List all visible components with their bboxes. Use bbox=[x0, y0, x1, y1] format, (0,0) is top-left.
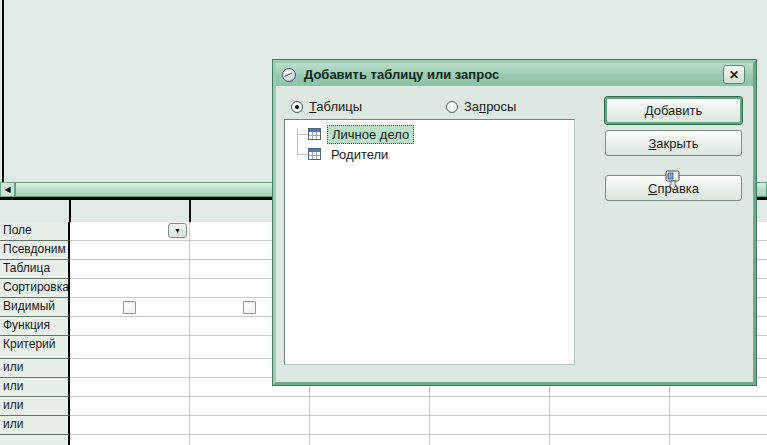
grid-cell[interactable] bbox=[70, 336, 190, 359]
table-icon bbox=[308, 128, 321, 140]
row-label: Видимый bbox=[0, 298, 70, 317]
grid-cell[interactable] bbox=[70, 416, 190, 435]
grid-cell[interactable] bbox=[670, 397, 767, 416]
dialog-titlebar[interactable]: Добавить таблицу или запрос ✕ bbox=[276, 63, 753, 86]
close-button[interactable]: Закрыть bbox=[605, 130, 742, 156]
grid-cell[interactable] bbox=[310, 435, 430, 445]
source-type-radios: Таблицы Запросы bbox=[291, 99, 362, 114]
list-item[interactable]: Личное дело bbox=[308, 124, 414, 144]
table-icon bbox=[308, 148, 321, 160]
scrollbar-left-arrow-icon[interactable]: ◀ bbox=[0, 182, 15, 197]
row-label: Поле bbox=[0, 222, 70, 241]
row-label bbox=[0, 435, 70, 445]
radio-selected-icon[interactable] bbox=[291, 101, 303, 113]
tree-connector bbox=[297, 134, 308, 135]
row-label: Критерий bbox=[0, 336, 70, 359]
grid-cell[interactable] bbox=[70, 359, 190, 378]
row-label: Функция bbox=[0, 317, 70, 336]
grid-cell[interactable] bbox=[430, 435, 550, 445]
visible-checkbox[interactable] bbox=[243, 301, 256, 314]
radio-tables-label: Таблицы bbox=[309, 99, 362, 114]
radio-queries[interactable]: Запросы bbox=[446, 99, 516, 114]
grid-cell[interactable] bbox=[70, 298, 190, 317]
grid-cell[interactable] bbox=[550, 416, 670, 435]
grid-cell[interactable] bbox=[670, 435, 767, 445]
grid-cell[interactable] bbox=[190, 435, 310, 445]
close-icon: ✕ bbox=[729, 68, 739, 82]
tree-connector bbox=[297, 154, 308, 155]
tree-connector bbox=[297, 128, 298, 155]
grid-cell[interactable] bbox=[430, 397, 550, 416]
grid-cell[interactable] bbox=[70, 260, 190, 279]
grid-cell[interactable] bbox=[70, 241, 190, 260]
design-area-left-border bbox=[2, 0, 4, 182]
grid-row-or bbox=[0, 435, 767, 445]
dialog-title: Добавить таблицу или запрос bbox=[304, 67, 723, 82]
close-button-label: Закрыть bbox=[648, 136, 698, 151]
grid-cell[interactable] bbox=[70, 279, 190, 298]
grid-cell[interactable] bbox=[70, 435, 190, 445]
help-button[interactable]: Справка bbox=[605, 175, 742, 201]
grid-cell[interactable] bbox=[550, 397, 670, 416]
list-item-label[interactable]: Личное дело bbox=[327, 125, 414, 144]
visible-checkbox[interactable] bbox=[123, 301, 136, 314]
tables-list[interactable]: Личное дело Родители bbox=[284, 119, 575, 365]
grid-cell[interactable] bbox=[70, 378, 190, 397]
dialog-content: Таблицы Запросы Личное дело bbox=[276, 86, 753, 382]
grid-cell[interactable] bbox=[310, 416, 430, 435]
grid-cell[interactable] bbox=[70, 397, 190, 416]
dialog-close-button[interactable]: ✕ bbox=[723, 65, 745, 84]
dropdown-arrow-icon: ▼ bbox=[174, 227, 181, 234]
add-button-label: Добавить bbox=[645, 103, 702, 118]
list-item-label[interactable]: Родители bbox=[327, 146, 392, 163]
row-label: Таблица bbox=[0, 260, 70, 279]
row-label: или bbox=[0, 359, 70, 378]
row-label: или bbox=[0, 416, 70, 435]
row-label: Псевдоним bbox=[0, 241, 70, 260]
grid-row-or: или bbox=[0, 416, 767, 435]
grid-header-separator bbox=[189, 200, 191, 222]
grid-header-separator bbox=[69, 200, 71, 222]
query-icon bbox=[281, 67, 297, 83]
field-dropdown-button[interactable]: ▼ bbox=[168, 223, 187, 238]
grid-cell[interactable] bbox=[310, 397, 430, 416]
add-button[interactable]: Добавить bbox=[605, 97, 742, 124]
grid-row-or: или bbox=[0, 397, 767, 416]
grid-cell[interactable] bbox=[70, 317, 190, 336]
grid-cell[interactable] bbox=[550, 435, 670, 445]
radio-unselected-icon[interactable] bbox=[446, 101, 458, 113]
row-label: или bbox=[0, 397, 70, 416]
grid-cell[interactable] bbox=[670, 416, 767, 435]
list-item[interactable]: Родители bbox=[308, 144, 392, 164]
grid-cell[interactable] bbox=[190, 416, 310, 435]
row-label: или bbox=[0, 378, 70, 397]
add-table-or-query-dialog: Добавить таблицу или запрос ✕ Таблицы За… bbox=[273, 60, 756, 385]
help-button-label: Справка bbox=[648, 181, 699, 196]
grid-cell[interactable] bbox=[430, 416, 550, 435]
row-label: Сортировка bbox=[0, 279, 70, 298]
radio-tables[interactable]: Таблицы bbox=[291, 99, 362, 114]
radio-queries-label: Запросы bbox=[464, 99, 516, 114]
grid-cell[interactable] bbox=[190, 397, 310, 416]
grid-cell[interactable]: ▼ bbox=[70, 222, 190, 241]
